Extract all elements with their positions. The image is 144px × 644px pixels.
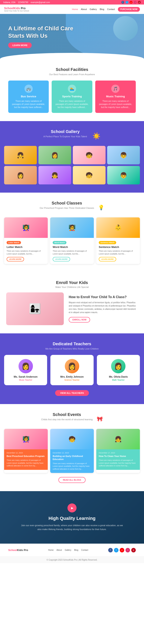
enroll-now-button[interactable]: ENROLL NOW	[69, 317, 90, 322]
youtube-icon[interactable]: y	[130, 1, 132, 4]
nav-about[interactable]: About	[81, 8, 87, 10]
facilities-title: School Facilities	[8, 67, 136, 72]
event-desc-3: There are many variations of passages of…	[99, 459, 137, 468]
footer-social[interactable]: f t y i p	[108, 548, 136, 552]
footer-nav-gallery[interactable]: Gallery	[65, 549, 71, 551]
footer-facebook-icon[interactable]: f	[108, 548, 113, 552]
event-person-1: 👩‍🏫	[4, 429, 48, 449]
teachers-title: Dedicated Teachers	[4, 342, 140, 346]
footer-copyright: © Copyright 2023 SchoolKids Pro | All Ri…	[0, 556, 144, 563]
footer-nav[interactable]: Home About Gallery Blog Contact	[48, 549, 88, 551]
gallery-item-1: 👧	[4, 146, 37, 164]
teacher-card-olivia: 👩 Ms. Olivia Davis Math Teacher	[97, 355, 140, 385]
teachers-section: Dedicated Teachers We Are Group of Teach…	[0, 333, 144, 404]
footer-youtube-icon[interactable]: y	[120, 548, 124, 552]
gallery-item-8: 👦	[107, 166, 140, 184]
gallery-item-2: 👩	[38, 146, 71, 164]
music-desc: There are many variations of passages of…	[98, 100, 133, 109]
class-badge-sentence: Sentence Match	[99, 241, 116, 244]
class-info-letter: Letter Match Letter Match There are many…	[4, 238, 48, 264]
bus-title: Bus Service	[11, 95, 46, 98]
gallery-person-6: 👧	[38, 166, 71, 184]
event-person-3: 👧	[96, 429, 140, 449]
hq-section: High Quality Learning Join our ever-grow…	[0, 491, 144, 544]
instagram-icon[interactable]: i	[134, 1, 136, 4]
event-date-2: December 12, 2023	[53, 452, 91, 454]
footer-pinterest-icon[interactable]: p	[131, 548, 136, 552]
class-desc-letter: There are many variations of passages of…	[7, 250, 45, 255]
purchase-now-button[interactable]: PURCHASE NOW	[118, 7, 140, 12]
class-desc-sentence: There are many variations of passages of…	[99, 250, 137, 255]
twitter-icon[interactable]: t	[125, 1, 128, 4]
read-all-blogs-button[interactable]: READ ALL BLOGS	[58, 477, 86, 483]
hero-child-circle	[113, 16, 138, 40]
teacher-subject-sarah: Music Teacher	[8, 379, 44, 381]
hq-play-button[interactable]	[67, 504, 77, 512]
nav-gallery[interactable]: Gallery	[90, 8, 97, 10]
teacher-name-emily: Mrs. Emily Johnson	[54, 376, 90, 378]
phone-text: 123456790	[18, 1, 28, 4]
facility-card-sports: 🏊 Sports Training There are many variati…	[52, 80, 92, 113]
gallery-item-3: 🧒	[73, 146, 106, 164]
gallery-header: School Gallery A Perfect Place To Explor…	[4, 129, 140, 142]
class-learn-word-button[interactable]: LEARN MORE	[53, 257, 70, 262]
top-bar-social[interactable]: f t y i p	[121, 1, 141, 4]
navbar-logo-group: SchoolKids Pro Send Your Kids To Our Sch…	[4, 6, 29, 12]
class-img-letter: 👩‍🏫	[4, 218, 48, 238]
class-learn-sentence-button[interactable]: LEARN MORE	[99, 257, 116, 262]
events-title: School Events	[41, 412, 93, 417]
class-person-1: 👩‍🏫	[4, 218, 48, 238]
nav-contact[interactable]: Contact	[107, 8, 115, 10]
enroll-content-title: How to Enroll Your Child To A Class?	[69, 295, 138, 299]
footer-nav-blog[interactable]: Blog	[74, 549, 78, 551]
teacher-avatar-olivia: 👩	[111, 359, 125, 373]
footer-nav-about[interactable]: About	[57, 549, 62, 551]
footer-twitter-icon[interactable]: t	[114, 548, 118, 552]
class-img-sentence: 👶	[96, 218, 140, 238]
events-header: School Events Childs first step into the…	[4, 412, 140, 426]
bus-icon: 🚌	[25, 84, 33, 93]
class-badge-word: Word Match	[53, 241, 66, 244]
gallery-img-5: 👩	[4, 166, 37, 184]
nav-home[interactable]: Home	[72, 8, 78, 10]
gallery-person-3: 🧒	[73, 146, 106, 164]
music-title: Music Training	[98, 95, 133, 98]
gallery-img-7: 🧒	[73, 166, 106, 184]
view-all-teachers-button[interactable]: VIEW ALL TEACHERS	[55, 390, 89, 396]
facility-card-bus: 🚌 Bus Service There are many variations …	[8, 80, 49, 113]
event-title-1: Best Preschool Education Program	[7, 455, 45, 458]
enroll-content-desc: Illiquam erat volutpat sed ut fermentum …	[69, 301, 138, 314]
hq-content: High Quality Learning Join our ever-grow…	[8, 504, 136, 531]
teacher-avatar-emily: 👩	[65, 359, 79, 373]
sports-title: Sports Training	[54, 95, 89, 98]
class-person-3: 👶	[96, 218, 140, 238]
teacher-photo-olivia: 👩	[111, 359, 125, 373]
footer-nav-home[interactable]: Home	[48, 549, 54, 551]
event-title-3: How To Clean Your Home	[99, 455, 137, 458]
gallery-person-2: 👩	[38, 146, 71, 164]
footer-nav-contact[interactable]: Contact	[81, 549, 88, 551]
bubbles-icon: 🎀	[97, 416, 103, 422]
nav-links[interactable]: Home About Gallery Blog Contact PURCHASE…	[72, 7, 140, 12]
class-cards-container: 👩‍🏫 Letter Match Letter Match There are …	[4, 218, 140, 264]
event-img-3: 👧	[96, 429, 140, 449]
nav-blog[interactable]: Blog	[100, 8, 104, 10]
events-footer: READ ALL BLOGS	[4, 473, 140, 483]
gallery-grid: 👧 👩 🧒 👦 👩 👧 🧒 👦	[4, 146, 140, 184]
facebook-icon[interactable]: f	[121, 1, 124, 4]
facility-cards-container: 🚌 Bus Service There are many variations …	[8, 80, 136, 113]
enroll-img-content: 👩‍👧	[6, 292, 64, 325]
event-info-2: December 12, 2023 Building an Early Chil…	[50, 449, 94, 473]
class-learn-letter-button[interactable]: LEARN MORE	[7, 257, 24, 262]
event-cards-container: 👩‍🏫 December 12, 2023 Best Preschool Edu…	[4, 429, 140, 473]
class-img-word: 🧑‍🏫	[50, 218, 94, 238]
pinterest-icon[interactable]: p	[138, 1, 141, 4]
footer-instagram-icon[interactable]: i	[125, 548, 130, 552]
hero-learn-more-button[interactable]: LEARN MORE	[8, 42, 32, 48]
class-card-word: 🧑‍🏫 Word Match Word Match There are many…	[50, 218, 94, 264]
hq-desc: Join our ever-growing preschool family, …	[21, 524, 123, 531]
enroll-content: How to Enroll Your Child To A Class? Ill…	[69, 295, 138, 322]
enroll-sub: Make Your Childrens Life Special	[6, 286, 138, 288]
enroll-inner: 👩‍👧 How to Enroll Your Child To A Class?…	[6, 292, 138, 325]
class-badge-letter: Letter Match	[7, 241, 21, 244]
